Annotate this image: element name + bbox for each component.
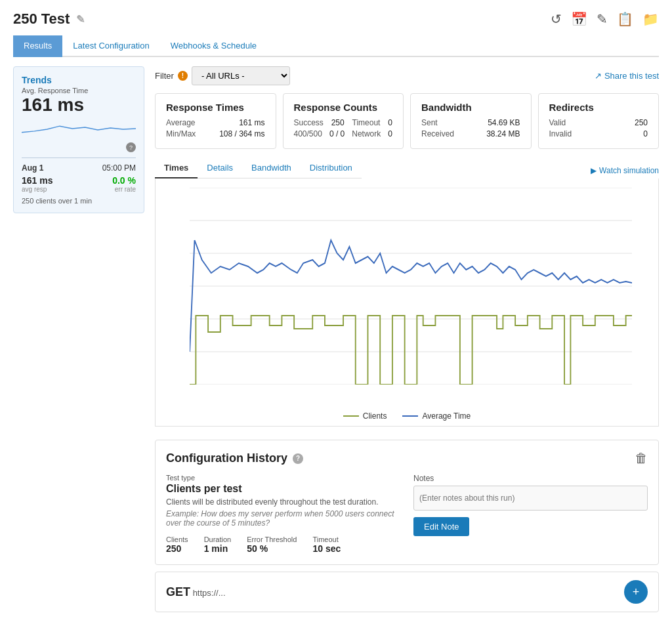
config-right: Notes Edit Note: [413, 474, 648, 554]
sidebar: Trends Avg. Response Time 161 ms ? Aug 1…: [13, 66, 144, 612]
redirects-card: Redirects Valid 250 Invalid 0: [538, 93, 660, 149]
avg-value: 161 ms: [22, 94, 136, 115]
chart-section: Times Details Bandwidth Distribution ▶ W…: [155, 158, 659, 427]
chart-tab-distribution[interactable]: Distribution: [301, 158, 362, 178]
trend-date: Aug 1: [22, 163, 43, 173]
edit-title-icon[interactable]: ✎: [76, 13, 85, 26]
legend-avg-time: Average Time: [402, 411, 471, 421]
get-section: GET https://... +: [155, 572, 659, 612]
share-test-link[interactable]: ↗ Share this test: [595, 71, 659, 81]
config-history-title: Configuration History: [166, 451, 287, 465]
filter-select[interactable]: - All URLs -: [192, 66, 290, 85]
param-clients: Clients 250: [166, 535, 188, 554]
config-history-section: Configuration History ? 🗑 Test type Clie…: [155, 440, 659, 565]
chart-tabs: Times Details Bandwidth Distribution: [155, 158, 362, 178]
help-icon[interactable]: ?: [126, 142, 136, 152]
chart-container: 300 ms 250 ms 200 ms 150 ms 100 ms 50 ms…: [155, 178, 659, 427]
test-name: Clients per test: [166, 483, 400, 495]
test-desc: Clients will be distributed evenly throu…: [166, 497, 400, 507]
avg-label: Avg. Response Time: [22, 87, 136, 94]
share-icon: ↗: [595, 71, 602, 81]
filter-info-icon: !: [178, 71, 188, 81]
trend-time: 05:00 PM: [102, 163, 136, 173]
chart-legend: Clients Average Time: [156, 411, 658, 421]
trends-title: Trends: [22, 75, 136, 85]
notes-input[interactable]: [413, 486, 648, 511]
refresh-icon[interactable]: ↺: [551, 11, 562, 27]
trend-sparkline: [22, 119, 136, 139]
copy-icon[interactable]: 📋: [617, 11, 633, 27]
folder-icon[interactable]: 📁: [642, 11, 659, 27]
chart-area: 300 ms 250 ms 200 ms 150 ms 100 ms 50 ms…: [156, 185, 658, 406]
response-times-card: Response Times Average 161 ms Min/Max 10…: [155, 93, 276, 149]
chart-tab-times[interactable]: Times: [155, 158, 198, 178]
tab-results[interactable]: Results: [13, 35, 62, 57]
edit-note-button[interactable]: Edit Note: [413, 517, 469, 536]
bandwidth-card: Bandwidth Sent 54.69 KB Received 38.24 M…: [410, 93, 532, 149]
param-timeout: Timeout 10 sec: [312, 535, 341, 554]
edit-icon[interactable]: ✎: [597, 11, 608, 27]
play-icon: ▶: [591, 166, 597, 175]
http-method: GET: [166, 585, 190, 598]
delete-config-icon[interactable]: 🗑: [635, 451, 648, 466]
param-error-threshold: Error Threshold 50 %: [247, 535, 297, 554]
config-help-icon[interactable]: ?: [293, 453, 303, 464]
page-title: 250 Test ✎: [13, 10, 85, 28]
tab-bar: Results Latest Configuration Webhooks & …: [13, 35, 659, 57]
test-example: Example: How does my server perform when…: [166, 509, 400, 528]
err-rate-label: err rate: [112, 186, 136, 193]
param-duration: Duration 1 min: [204, 535, 232, 554]
title-text: 250 Test: [13, 10, 70, 28]
notes-label: Notes: [413, 474, 648, 483]
redirects-title: Redirects: [549, 102, 648, 113]
chart-tab-bandwidth[interactable]: Bandwidth: [242, 158, 301, 178]
config-left: Test type Clients per test Clients will …: [166, 474, 400, 554]
response-times-title: Response Times: [166, 102, 265, 113]
avg-resp-value: 161 ms: [22, 175, 52, 186]
trends-section: Trends Avg. Response Time 161 ms ? Aug 1…: [13, 66, 144, 213]
err-rate-value: 0.0 %: [112, 175, 136, 186]
header-actions: ↺ 📅 ✎ 📋 📁: [551, 11, 659, 27]
tab-latest-configuration[interactable]: Latest Configuration: [62, 35, 159, 57]
calendar-icon[interactable]: 📅: [571, 11, 587, 27]
chart-svg: 300 ms 250 ms 200 ms 150 ms 100 ms 50 ms…: [190, 188, 632, 385]
avg-resp-label: avg resp: [22, 186, 52, 193]
legend-clients-line: [343, 415, 359, 417]
filter-label-text: Filter: [155, 71, 174, 81]
response-counts-title: Response Counts: [294, 102, 393, 113]
legend-avg-time-line: [402, 415, 418, 417]
response-counts-card: Response Counts Success 250 Timeout 0 40…: [283, 93, 404, 149]
config-params: Clients 250 Duration 1 min Error Thresho…: [166, 535, 400, 554]
chart-tab-details[interactable]: Details: [198, 158, 242, 178]
test-type-label: Test type: [166, 474, 400, 482]
watch-simulation-link[interactable]: ▶ Watch simulation: [591, 166, 659, 175]
bandwidth-title: Bandwidth: [421, 102, 520, 113]
main-panel: Filter ! - All URLs - ↗ Share this test …: [155, 66, 659, 612]
filter-row: Filter ! - All URLs - ↗ Share this test: [155, 66, 659, 85]
legend-clients: Clients: [343, 411, 387, 421]
get-url: https://...: [193, 588, 226, 598]
fab-button[interactable]: +: [624, 580, 648, 604]
clients-info: 250 clients over 1 min: [22, 197, 136, 205]
stats-cards: Response Times Average 161 ms Min/Max 10…: [155, 93, 659, 149]
tab-webhooks-schedule[interactable]: Webhooks & Schedule: [160, 35, 267, 57]
